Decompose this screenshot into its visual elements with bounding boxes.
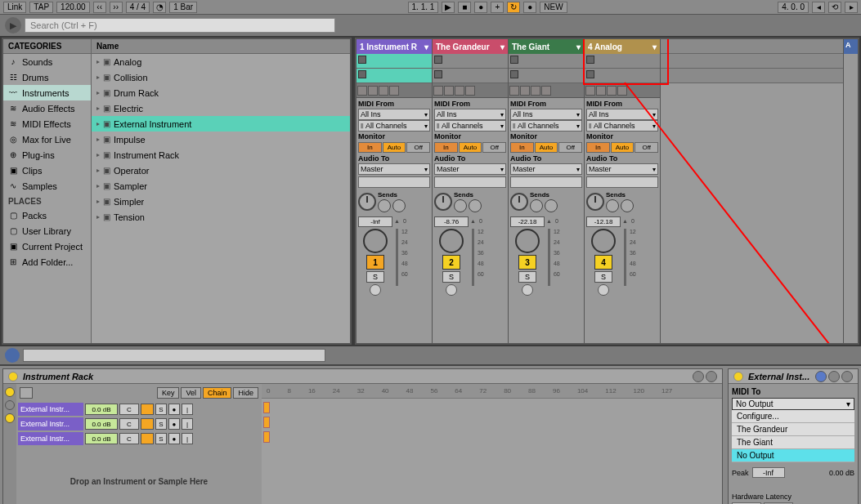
- pan-knob[interactable]: [358, 193, 376, 211]
- category-clips[interactable]: ▣Clips: [3, 163, 91, 178]
- audio-to-select[interactable]: Master: [434, 163, 506, 175]
- category-drums[interactable]: ☷Drums: [3, 69, 91, 85]
- stop-icon[interactable]: ■: [458, 2, 471, 13]
- place-packs[interactable]: ▢Packs: [3, 207, 91, 223]
- track-name-field[interactable]: [586, 176, 658, 188]
- device-on-icon[interactable]: [8, 372, 18, 381]
- overdub-icon[interactable]: +: [491, 2, 504, 13]
- chain-zone-1[interactable]: [263, 402, 270, 413]
- tempo-field[interactable]: 120.00: [56, 2, 90, 13]
- audio-to-select[interactable]: Master: [358, 163, 430, 175]
- device-strip[interactable]: [509, 83, 584, 98]
- pan-knob[interactable]: [510, 193, 528, 211]
- audio-to-select[interactable]: Master: [510, 163, 582, 175]
- chain-pan[interactable]: C: [119, 433, 139, 444]
- pan-knob[interactable]: [586, 193, 604, 211]
- track-header[interactable]: The Grandeur ▾: [433, 39, 508, 54]
- arm-button[interactable]: [598, 284, 609, 296]
- vel-tab[interactable]: Vel: [181, 387, 201, 399]
- send-a-knob[interactable]: [530, 199, 543, 212]
- place-current-project[interactable]: ▣Current Project: [3, 239, 91, 254]
- clip-slot[interactable]: [357, 54, 432, 69]
- send-a-knob[interactable]: [454, 199, 467, 212]
- category-audio-effects[interactable]: ≋Audio Effects: [3, 100, 91, 116]
- hot-swap-icon[interactable]: [693, 371, 704, 382]
- track-header[interactable]: 4 Analog ▾: [585, 39, 660, 54]
- browser-item[interactable]: ▸▣Sampler: [92, 178, 350, 194]
- save-preset-icon[interactable]: [706, 371, 717, 382]
- tap-button[interactable]: TAP: [29, 2, 53, 13]
- quantize-menu[interactable]: 1 Bar: [169, 2, 197, 13]
- monitor-auto[interactable]: Auto: [383, 142, 406, 153]
- volume-knob[interactable]: [591, 229, 616, 253]
- chain-hotswap[interactable]: ●: [168, 404, 180, 415]
- solo-button[interactable]: S: [594, 271, 612, 283]
- chain-pan[interactable]: C: [119, 418, 139, 430]
- monitor-auto[interactable]: Auto: [459, 142, 482, 153]
- browser-item[interactable]: ▸▣Impulse: [92, 132, 350, 147]
- status-indicator-icon[interactable]: [5, 348, 20, 363]
- monitor-in[interactable]: In: [358, 142, 382, 153]
- ext-hand-icon[interactable]: [815, 371, 827, 382]
- chain-hotswap[interactable]: ●: [168, 418, 180, 430]
- chain-row[interactable]: External Instr...0.0 dBCS●|: [16, 431, 262, 446]
- chain-name[interactable]: External Instr...: [18, 403, 83, 416]
- punch-in-icon[interactable]: ◂: [812, 2, 825, 13]
- show-devices-icon[interactable]: [5, 413, 15, 423]
- volume-display[interactable]: -22.18: [510, 216, 545, 227]
- browser-item[interactable]: ▸▣Instrument Rack: [92, 147, 350, 163]
- browser-item[interactable]: ▸▣Operator: [92, 163, 350, 178]
- track-header[interactable]: 1 Instrument R ▾: [357, 39, 432, 54]
- device-strip[interactable]: [585, 83, 660, 98]
- chain-solo[interactable]: S: [155, 418, 167, 430]
- chain-name[interactable]: External Instr...: [18, 417, 83, 430]
- expand-icon[interactable]: ▸: [96, 74, 100, 81]
- clip-slot[interactable]: [585, 54, 660, 69]
- status-field[interactable]: [23, 349, 325, 362]
- monitor-off[interactable]: Off: [558, 142, 582, 153]
- expand-icon[interactable]: ▸: [96, 167, 100, 174]
- expand-icon[interactable]: ▸: [96, 213, 100, 221]
- clip-slot[interactable]: [433, 69, 508, 83]
- browser-item[interactable]: ▸▣Simpler: [92, 194, 350, 209]
- chain-drop-area[interactable]: Drop an Instrument or Sample Here: [16, 446, 262, 504]
- clip-slot[interactable]: [357, 69, 432, 83]
- midi-to-select[interactable]: No Output: [732, 398, 854, 410]
- track-name-field[interactable]: [358, 176, 430, 188]
- ext-hotswap-icon[interactable]: [828, 371, 840, 382]
- monitor-in[interactable]: In: [510, 142, 534, 153]
- midi-option[interactable]: No Output: [732, 449, 854, 462]
- volume-knob[interactable]: [515, 229, 540, 253]
- chain-row[interactable]: External Instr...0.0 dBCS●|: [16, 402, 262, 417]
- chain-name[interactable]: External Instr...: [18, 432, 83, 445]
- chain-tab[interactable]: Chain: [203, 387, 232, 399]
- track-activator[interactable]: 3: [518, 255, 536, 270]
- automation-arm-icon[interactable]: ↻: [507, 2, 520, 13]
- send-a-knob[interactable]: [378, 199, 391, 212]
- nudge-down-icon[interactable]: ‹‹: [93, 2, 106, 13]
- ext-title-bar[interactable]: External Inst...: [729, 369, 858, 384]
- metronome-icon[interactable]: ◔: [153, 2, 166, 13]
- chain-mute[interactable]: [141, 433, 154, 444]
- browser-item[interactable]: ▸▣External Instrument: [92, 116, 350, 132]
- audio-to-select[interactable]: Master: [586, 163, 658, 175]
- place-user-library[interactable]: ▢User Library: [3, 223, 91, 239]
- midi-option[interactable]: The Grandeur: [732, 423, 854, 436]
- send-b-knob[interactable]: [621, 199, 634, 212]
- browser-item[interactable]: ▸▣Analog: [92, 54, 350, 69]
- volume-display[interactable]: -8.76: [434, 216, 469, 227]
- volume-display[interactable]: -12.18: [586, 216, 621, 227]
- track-header[interactable]: The Giant ▾: [509, 39, 584, 54]
- chain-mute[interactable]: [141, 418, 154, 430]
- device-strip[interactable]: [357, 83, 432, 98]
- category-sounds[interactable]: ♪Sounds: [3, 54, 91, 69]
- return-track-a[interactable]: A: [844, 39, 858, 54]
- browser-item[interactable]: ▸▣Electric: [92, 100, 350, 116]
- midi-option[interactable]: The Giant: [732, 436, 854, 449]
- monitor-off[interactable]: Off: [406, 142, 430, 153]
- clip-slot[interactable]: [433, 54, 508, 69]
- loop-icon[interactable]: ⟲: [828, 2, 841, 13]
- midi-channel-select[interactable]: ⦀ All Channels: [586, 120, 658, 132]
- monitor-auto[interactable]: Auto: [611, 142, 635, 153]
- send-a-knob[interactable]: [606, 199, 619, 212]
